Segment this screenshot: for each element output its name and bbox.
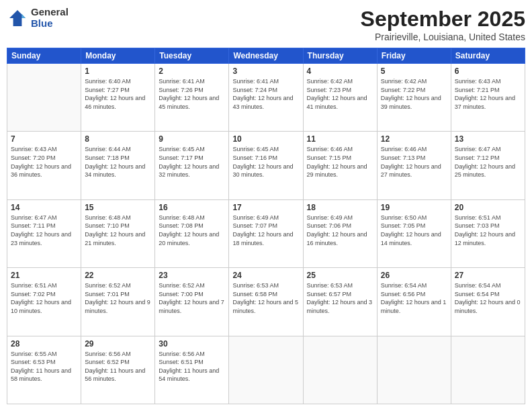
day-number: 1	[85, 66, 151, 76]
sunrise-text: Sunrise: 6:45 AM	[159, 146, 205, 152]
sunset-text: Sunset: 7:12 PM	[455, 154, 500, 161]
table-row: 3Sunrise: 6:41 AMSunset: 7:24 PMDaylight…	[229, 64, 303, 132]
page: General Blue September 2025 Prairieville…	[0, 0, 532, 411]
daylight-text: Daylight: 12 hours and 5 minutes.	[232, 299, 298, 314]
day-number: 5	[381, 66, 447, 76]
daylight-text: Daylight: 12 hours and 37 minutes.	[455, 95, 515, 110]
header-wednesday: Wednesday	[229, 48, 303, 64]
sunset-text: Sunset: 7:08 PM	[159, 222, 204, 229]
sunset-text: Sunset: 6:56 PM	[381, 291, 426, 298]
day-number: 11	[307, 134, 373, 144]
day-number: 25	[307, 271, 373, 280]
sunset-text: Sunset: 6:58 PM	[232, 291, 277, 298]
daylight-text: Daylight: 12 hours and 9 minutes.	[85, 299, 150, 314]
table-row: 18Sunrise: 6:49 AMSunset: 7:06 PMDayligh…	[303, 199, 377, 267]
daylight-text: Daylight: 12 hours and 10 minutes.	[11, 299, 71, 314]
header-sunday: Sunday	[7, 48, 81, 64]
table-row: 19Sunrise: 6:50 AMSunset: 7:05 PMDayligh…	[377, 199, 451, 267]
daylight-text: Daylight: 11 hours and 54 minutes.	[159, 367, 219, 383]
day-info: Sunrise: 6:53 AMSunset: 6:58 PMDaylight:…	[232, 281, 299, 315]
day-info: Sunrise: 6:46 AMSunset: 7:13 PMDaylight:…	[381, 145, 447, 179]
daylight-text: Daylight: 12 hours and 14 minutes.	[381, 231, 441, 246]
sunset-text: Sunset: 7:11 PM	[11, 222, 56, 229]
sunset-text: Sunset: 7:07 PM	[232, 222, 277, 229]
day-info: Sunrise: 6:50 AMSunset: 7:05 PMDaylight:…	[381, 214, 447, 247]
sunset-text: Sunset: 7:27 PM	[85, 87, 130, 93]
table-row: 24Sunrise: 6:53 AMSunset: 6:58 PMDayligh…	[229, 268, 303, 336]
day-info: Sunrise: 6:56 AMSunset: 6:51 PMDaylight:…	[159, 350, 225, 383]
daylight-text: Daylight: 12 hours and 46 minutes.	[85, 95, 145, 110]
day-number: 12	[381, 134, 447, 144]
daylight-text: Daylight: 12 hours and 1 minute.	[381, 299, 447, 314]
day-number: 14	[11, 203, 77, 212]
sunrise-text: Sunrise: 6:51 AM	[455, 214, 501, 221]
daylight-text: Daylight: 12 hours and 27 minutes.	[381, 163, 441, 179]
logo-blue-text: Blue	[31, 18, 69, 30]
sunset-text: Sunset: 6:54 PM	[455, 291, 500, 298]
daylight-text: Daylight: 12 hours and 3 minutes.	[307, 299, 373, 314]
sunrise-text: Sunrise: 6:42 AM	[307, 78, 353, 85]
sunrise-text: Sunrise: 6:49 AM	[232, 214, 279, 221]
day-info: Sunrise: 6:55 AMSunset: 6:53 PMDaylight:…	[11, 350, 77, 383]
daylight-text: Daylight: 12 hours and 41 minutes.	[307, 95, 367, 110]
day-number: 21	[11, 271, 77, 280]
header: General Blue September 2025 Prairieville…	[7, 7, 525, 42]
day-info: Sunrise: 6:51 AMSunset: 7:03 PMDaylight:…	[455, 214, 521, 247]
logo: General Blue	[7, 7, 69, 29]
sunset-text: Sunset: 7:17 PM	[159, 154, 204, 161]
daylight-text: Daylight: 12 hours and 45 minutes.	[159, 95, 219, 110]
day-number: 4	[307, 66, 373, 76]
day-number: 27	[455, 271, 521, 280]
table-row: 25Sunrise: 6:53 AMSunset: 6:57 PMDayligh…	[303, 268, 377, 336]
day-number: 10	[232, 134, 299, 144]
table-row: 7Sunrise: 6:43 AMSunset: 7:20 PMDaylight…	[7, 132, 81, 199]
sunrise-text: Sunrise: 6:42 AM	[381, 78, 427, 85]
title-location: Prairieville, Louisiana, United States	[361, 32, 525, 42]
calendar-week-row: 28Sunrise: 6:55 AMSunset: 6:53 PMDayligh…	[7, 336, 525, 404]
sunset-text: Sunset: 7:03 PM	[455, 222, 500, 229]
daylight-text: Daylight: 12 hours and 12 minutes.	[455, 231, 515, 246]
sunset-text: Sunset: 7:18 PM	[85, 154, 130, 161]
day-number: 13	[455, 134, 521, 144]
calendar-table: Sunday Monday Tuesday Wednesday Thursday…	[7, 48, 525, 404]
table-row	[229, 336, 303, 404]
daylight-text: Daylight: 12 hours and 20 minutes.	[159, 231, 219, 246]
daylight-text: Daylight: 12 hours and 43 minutes.	[232, 95, 293, 110]
sunset-text: Sunset: 6:51 PM	[159, 359, 204, 365]
table-row: 17Sunrise: 6:49 AMSunset: 7:07 PMDayligh…	[229, 199, 303, 267]
calendar-week-row: 1Sunrise: 6:40 AMSunset: 7:27 PMDaylight…	[7, 64, 525, 132]
calendar-week-row: 21Sunrise: 6:51 AMSunset: 7:02 PMDayligh…	[7, 268, 525, 336]
day-info: Sunrise: 6:52 AMSunset: 7:00 PMDaylight:…	[159, 281, 225, 315]
table-row: 14Sunrise: 6:47 AMSunset: 7:11 PMDayligh…	[7, 199, 81, 267]
daylight-text: Daylight: 11 hours and 56 minutes.	[85, 367, 145, 383]
sunrise-text: Sunrise: 6:53 AM	[232, 282, 279, 289]
sunrise-text: Sunrise: 6:50 AM	[381, 214, 427, 221]
day-info: Sunrise: 6:47 AMSunset: 7:12 PMDaylight:…	[455, 145, 521, 179]
table-row: 13Sunrise: 6:47 AMSunset: 7:12 PMDayligh…	[451, 132, 525, 199]
day-number: 17	[232, 203, 299, 212]
sunset-text: Sunset: 7:15 PM	[307, 154, 352, 161]
sunrise-text: Sunrise: 6:45 AM	[232, 146, 279, 152]
day-number: 2	[159, 66, 225, 76]
sunrise-text: Sunrise: 6:48 AM	[85, 214, 131, 221]
day-info: Sunrise: 6:40 AMSunset: 7:27 PMDaylight:…	[85, 77, 151, 111]
day-info: Sunrise: 6:54 AMSunset: 6:54 PMDaylight:…	[455, 281, 521, 315]
day-number: 29	[85, 339, 151, 349]
table-row: 4Sunrise: 6:42 AMSunset: 7:23 PMDaylight…	[303, 64, 377, 132]
day-number: 26	[381, 271, 447, 280]
day-info: Sunrise: 6:44 AMSunset: 7:18 PMDaylight:…	[85, 145, 151, 179]
day-number: 19	[381, 203, 447, 212]
day-info: Sunrise: 6:54 AMSunset: 6:56 PMDaylight:…	[381, 281, 447, 315]
sunset-text: Sunset: 7:06 PM	[307, 222, 352, 229]
day-info: Sunrise: 6:47 AMSunset: 7:11 PMDaylight:…	[11, 214, 77, 247]
sunrise-text: Sunrise: 6:48 AM	[159, 214, 205, 221]
header-thursday: Thursday	[303, 48, 377, 64]
sunset-text: Sunset: 7:00 PM	[159, 291, 204, 298]
day-info: Sunrise: 6:49 AMSunset: 7:07 PMDaylight:…	[232, 214, 299, 247]
day-number: 15	[85, 203, 151, 212]
daylight-text: Daylight: 12 hours and 7 minutes.	[159, 299, 224, 314]
title-month: September 2025	[361, 7, 525, 32]
day-number: 20	[455, 203, 521, 212]
day-info: Sunrise: 6:42 AMSunset: 7:23 PMDaylight:…	[307, 77, 373, 111]
sunrise-text: Sunrise: 6:54 AM	[455, 282, 501, 289]
